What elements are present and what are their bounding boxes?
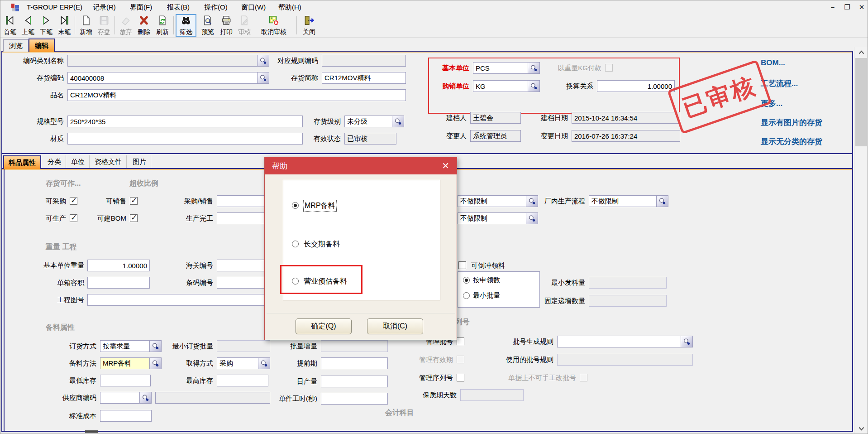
drawing-no-field[interactable] — [87, 294, 270, 306]
sellable-checkbox[interactable] — [130, 197, 138, 205]
issue-by-request-radio[interactable] — [463, 277, 470, 284]
subtab-qualification[interactable]: 资格文件 — [90, 155, 127, 168]
box-volume-field[interactable] — [87, 277, 150, 289]
link-show-with-image[interactable]: 显示有图片的存货 — [761, 117, 822, 128]
item-name-field[interactable]: CR12MOV精料 — [67, 89, 406, 101]
dialog-ok-button[interactable]: 确定(Q) — [296, 318, 352, 334]
tab-browse[interactable]: 浏览 — [3, 39, 29, 52]
lookup-icon[interactable] — [258, 358, 270, 369]
option-sales-forecast-radio[interactable] — [292, 278, 299, 285]
help-dialog-titlebar[interactable]: 帮助 ✕ — [265, 157, 457, 174]
toolbar-new-button[interactable]: 新增 — [77, 14, 95, 36]
backflush-checkbox[interactable] — [458, 261, 466, 269]
material-field[interactable] — [67, 133, 303, 145]
supplier-code-field[interactable] — [100, 392, 152, 404]
restriction-field-1[interactable]: 不做限制 — [458, 195, 538, 207]
menu-operate[interactable]: 操作(O) — [201, 0, 230, 14]
vertical-scrollbar[interactable] — [854, 47, 868, 434]
code-category-field[interactable] — [67, 55, 269, 67]
minimize-icon[interactable]: – — [827, 2, 839, 12]
acquire-mode-field[interactable]: 采购 — [217, 357, 270, 369]
subtab-unit[interactable]: 单位 — [67, 155, 90, 168]
option-long-lead-label[interactable]: 长交期备料 — [304, 239, 340, 250]
link-bom[interactable]: BOM... — [761, 58, 785, 68]
item-short-field[interactable]: CR12MOV精料 — [322, 72, 406, 84]
manage-batch-checkbox[interactable] — [457, 338, 464, 345]
unit-hours-field[interactable] — [321, 393, 388, 405]
item-code-field[interactable]: 400400008 — [67, 72, 269, 84]
toolbar-close-button[interactable]: 关闭 — [299, 14, 319, 36]
toolbar-print-button[interactable]: 打印 — [218, 14, 235, 36]
trade-unit-field[interactable]: KG — [473, 80, 540, 92]
lookup-icon[interactable] — [149, 341, 161, 352]
subtab-item-attributes[interactable]: 料品属性 — [3, 155, 41, 169]
toolbar-next-button[interactable]: 下笔 — [38, 14, 55, 36]
toolbar-prev-button[interactable]: 上笔 — [19, 14, 37, 36]
level-field[interactable]: 未分级 — [344, 116, 404, 127]
factory-flow-field[interactable]: 不做限制 — [589, 195, 668, 207]
toolbar-preview-button[interactable]: 预览 — [199, 14, 217, 36]
spec-field[interactable]: 250*240*35 — [67, 116, 303, 127]
dialog-cancel-button[interactable]: 取消(C) — [367, 318, 423, 334]
toolbar-first-button[interactable]: 首笔 — [1, 14, 19, 36]
option-mrp-label[interactable]: MRP备料 — [304, 200, 336, 211]
restriction-field-2[interactable]: 不做限制 — [458, 212, 538, 224]
menu-window[interactable]: 窗口(W) — [238, 0, 268, 14]
toolbar-last-button[interactable]: 末笔 — [56, 14, 73, 36]
base-unit-field[interactable]: PCS — [473, 62, 540, 74]
conversion-field[interactable]: 1.00000 — [597, 80, 675, 92]
min-stock-field[interactable] — [100, 375, 151, 386]
prepare-method-field[interactable]: MRP备料 — [100, 357, 162, 369]
subtab-category[interactable]: 分类 — [43, 155, 66, 168]
option-mrp-radio[interactable] — [292, 202, 299, 209]
lookup-icon[interactable] — [656, 196, 668, 207]
option-long-lead-radio[interactable] — [292, 241, 299, 247]
toolbar-save-button[interactable]: 存盘 — [95, 14, 113, 36]
lookup-icon[interactable] — [257, 72, 269, 83]
menu-record[interactable]: 记录(R) — [90, 0, 119, 14]
batch-rule-field[interactable] — [557, 336, 693, 347]
base-weight-field[interactable]: 1.00000 — [87, 260, 150, 271]
customs-code-field[interactable] — [217, 260, 270, 271]
toolbar-approve-button[interactable]: 审核 — [236, 14, 253, 36]
order-mode-field[interactable]: 按需求量 — [100, 340, 162, 352]
max-stock-field[interactable] — [217, 375, 268, 386]
lead-time-field[interactable] — [321, 357, 388, 369]
tab-edit[interactable]: 编辑 — [29, 39, 55, 52]
lookup-icon[interactable] — [139, 392, 151, 403]
lookup-icon[interactable] — [528, 63, 539, 73]
bom-allowed-checkbox[interactable] — [130, 214, 138, 222]
menu-app[interactable]: T-GROUP ERP(E) — [24, 0, 85, 14]
menu-report[interactable]: 报表(B) — [164, 0, 192, 14]
menu-view[interactable]: 界面(F) — [127, 0, 155, 14]
lookup-icon[interactable] — [681, 336, 692, 347]
lookup-icon[interactable] — [392, 116, 404, 127]
manage-serial-checkbox[interactable] — [457, 374, 464, 381]
lookup-icon[interactable] — [149, 358, 161, 369]
toolbar-cancel-approve-button[interactable]: 取消审核 — [254, 14, 294, 36]
scrollbar-thumb[interactable] — [855, 58, 867, 146]
scroll-up-icon[interactable] — [854, 47, 868, 57]
issue-min-batch-radio[interactable] — [463, 292, 470, 299]
toolbar-filter-button[interactable]: 筛选 — [176, 14, 196, 36]
subtab-image[interactable]: 图片 — [128, 155, 151, 168]
lookup-icon[interactable] — [528, 81, 539, 92]
dialog-close-icon[interactable]: ✕ — [442, 161, 449, 170]
close-icon[interactable]: ✕ — [856, 2, 868, 12]
barcode-field[interactable] — [217, 277, 270, 289]
over-purchase-sale-field[interactable] — [217, 195, 270, 207]
daily-output-field[interactable] — [321, 376, 388, 387]
over-production-field[interactable] — [217, 212, 270, 224]
std-cost-field[interactable] — [100, 410, 152, 422]
lookup-icon[interactable] — [526, 196, 538, 207]
link-show-unclassified[interactable]: 显示无分类的存货 — [761, 136, 822, 147]
scroll-down-icon[interactable] — [854, 424, 868, 434]
restore-icon[interactable]: ❐ — [841, 2, 853, 12]
lookup-icon[interactable] — [526, 213, 538, 224]
purchasable-checkbox[interactable] — [70, 197, 77, 205]
rule-code-field[interactable] — [322, 55, 406, 67]
toolbar-refresh-button[interactable]: 刷新 — [153, 14, 172, 36]
menu-help[interactable]: 帮助(H) — [276, 0, 304, 14]
producible-checkbox[interactable] — [70, 214, 77, 222]
option-sales-forecast-label[interactable]: 营业预估备料 — [304, 276, 347, 287]
